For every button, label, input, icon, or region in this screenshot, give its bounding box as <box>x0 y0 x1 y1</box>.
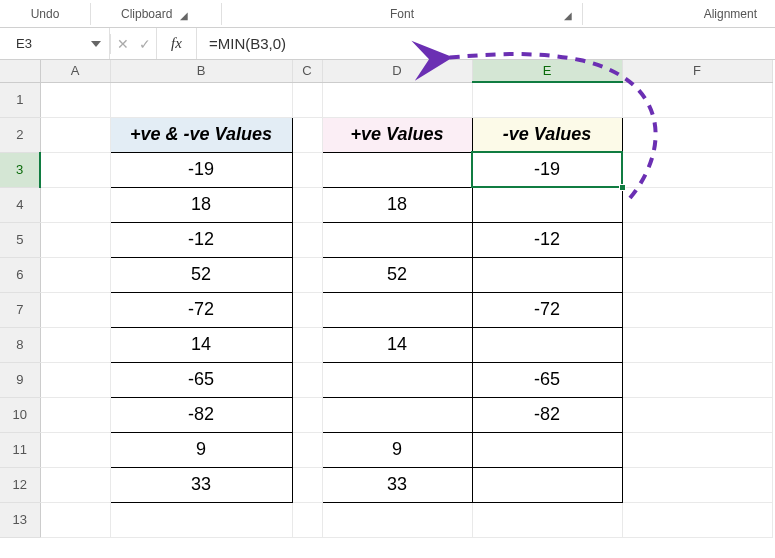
cell[interactable] <box>292 502 322 537</box>
cell-D9[interactable] <box>322 362 472 397</box>
ribbon-font[interactable]: Font ◢ <box>222 0 582 27</box>
cell[interactable] <box>472 502 622 537</box>
cell-E6[interactable] <box>472 257 622 292</box>
cell[interactable] <box>622 467 772 502</box>
ribbon-clipboard[interactable]: Clipboard ◢ <box>91 0 221 27</box>
chevron-down-icon[interactable] <box>91 41 101 47</box>
cell-D3[interactable] <box>322 152 472 187</box>
cell[interactable] <box>322 82 472 117</box>
col-header-C[interactable]: C <box>292 60 322 82</box>
cell[interactable] <box>292 187 322 222</box>
cell-B11[interactable]: 9 <box>110 432 292 467</box>
cell[interactable] <box>292 257 322 292</box>
cell[interactable] <box>622 292 772 327</box>
row-header-7[interactable]: 7 <box>0 292 40 327</box>
cell[interactable] <box>292 292 322 327</box>
row-header-3[interactable]: 3 <box>0 152 40 187</box>
row-header-11[interactable]: 11 <box>0 432 40 467</box>
header-cell-B2[interactable]: +ve & -ve Values <box>110 117 292 152</box>
formula-input[interactable]: =MIN(B3,0) <box>197 35 775 52</box>
cell-B3[interactable]: -19 <box>110 152 292 187</box>
row-header-9[interactable]: 9 <box>0 362 40 397</box>
cell-E10[interactable]: -82 <box>472 397 622 432</box>
cell[interactable] <box>292 152 322 187</box>
cell[interactable] <box>292 82 322 117</box>
cell[interactable] <box>622 327 772 362</box>
row-header-10[interactable]: 10 <box>0 397 40 432</box>
cell[interactable] <box>292 397 322 432</box>
cell-B12[interactable]: 33 <box>110 467 292 502</box>
cell[interactable] <box>110 82 292 117</box>
cell-D6[interactable]: 52 <box>322 257 472 292</box>
cell[interactable] <box>472 82 622 117</box>
cell-B8[interactable]: 14 <box>110 327 292 362</box>
row-header-13[interactable]: 13 <box>0 502 40 537</box>
dialog-launcher-icon[interactable]: ◢ <box>564 10 572 21</box>
cell[interactable] <box>40 152 110 187</box>
cell[interactable] <box>622 397 772 432</box>
cell-B5[interactable]: -12 <box>110 222 292 257</box>
col-header-F[interactable]: F <box>622 60 772 82</box>
col-header-A[interactable]: A <box>40 60 110 82</box>
cell[interactable] <box>40 257 110 292</box>
col-header-D[interactable]: D <box>322 60 472 82</box>
cell-B7[interactable]: -72 <box>110 292 292 327</box>
cell[interactable] <box>622 117 772 152</box>
header-cell-D2[interactable]: +ve Values <box>322 117 472 152</box>
cell[interactable] <box>292 327 322 362</box>
row-header-6[interactable]: 6 <box>0 257 40 292</box>
ribbon-undo[interactable]: Undo <box>0 0 90 27</box>
header-cell-E2[interactable]: -ve Values <box>472 117 622 152</box>
col-header-E[interactable]: E <box>472 60 622 82</box>
cell[interactable] <box>40 82 110 117</box>
cancel-icon[interactable]: ✕ <box>117 36 129 52</box>
cell[interactable] <box>40 187 110 222</box>
cell-D5[interactable] <box>322 222 472 257</box>
cell-B6[interactable]: 52 <box>110 257 292 292</box>
row-header-2[interactable]: 2 <box>0 117 40 152</box>
col-header-B[interactable]: B <box>110 60 292 82</box>
cell[interactable] <box>292 467 322 502</box>
enter-icon[interactable]: ✓ <box>139 36 151 52</box>
cell-E5[interactable]: -12 <box>472 222 622 257</box>
row-header-8[interactable]: 8 <box>0 327 40 362</box>
select-all-corner[interactable] <box>0 60 40 82</box>
cell-D11[interactable]: 9 <box>322 432 472 467</box>
cell[interactable] <box>292 362 322 397</box>
cell-E11[interactable] <box>472 432 622 467</box>
cell[interactable] <box>40 362 110 397</box>
cell[interactable] <box>622 362 772 397</box>
cell[interactable] <box>622 257 772 292</box>
ribbon-alignment[interactable]: Alignment <box>583 0 775 27</box>
cell-D8[interactable]: 14 <box>322 327 472 362</box>
cell[interactable] <box>322 502 472 537</box>
cell-E12[interactable] <box>472 467 622 502</box>
cell[interactable] <box>622 187 772 222</box>
cell-E8[interactable] <box>472 327 622 362</box>
name-box[interactable]: E3 <box>0 28 110 59</box>
cell-D7[interactable] <box>322 292 472 327</box>
cell-D4[interactable]: 18 <box>322 187 472 222</box>
cell-E7[interactable]: -72 <box>472 292 622 327</box>
row-header-1[interactable]: 1 <box>0 82 40 117</box>
cell-B4[interactable]: 18 <box>110 187 292 222</box>
cell-E9[interactable]: -65 <box>472 362 622 397</box>
insert-function-button[interactable]: fx <box>157 28 197 59</box>
cell-D12[interactable]: 33 <box>322 467 472 502</box>
row-header-4[interactable]: 4 <box>0 187 40 222</box>
cell[interactable] <box>110 502 292 537</box>
cell-B9[interactable]: -65 <box>110 362 292 397</box>
cell[interactable] <box>622 502 772 537</box>
cell[interactable] <box>622 152 772 187</box>
cell[interactable] <box>622 82 772 117</box>
row-header-5[interactable]: 5 <box>0 222 40 257</box>
row-header-12[interactable]: 12 <box>0 467 40 502</box>
cell[interactable] <box>40 117 110 152</box>
worksheet-grid[interactable]: A B C D E F 1 2+ve & -ve Values+ve Value… <box>0 60 775 538</box>
cell[interactable] <box>292 432 322 467</box>
cell[interactable] <box>292 222 322 257</box>
cell-B10[interactable]: -82 <box>110 397 292 432</box>
cell[interactable] <box>40 467 110 502</box>
cell[interactable] <box>40 292 110 327</box>
cell[interactable] <box>40 432 110 467</box>
